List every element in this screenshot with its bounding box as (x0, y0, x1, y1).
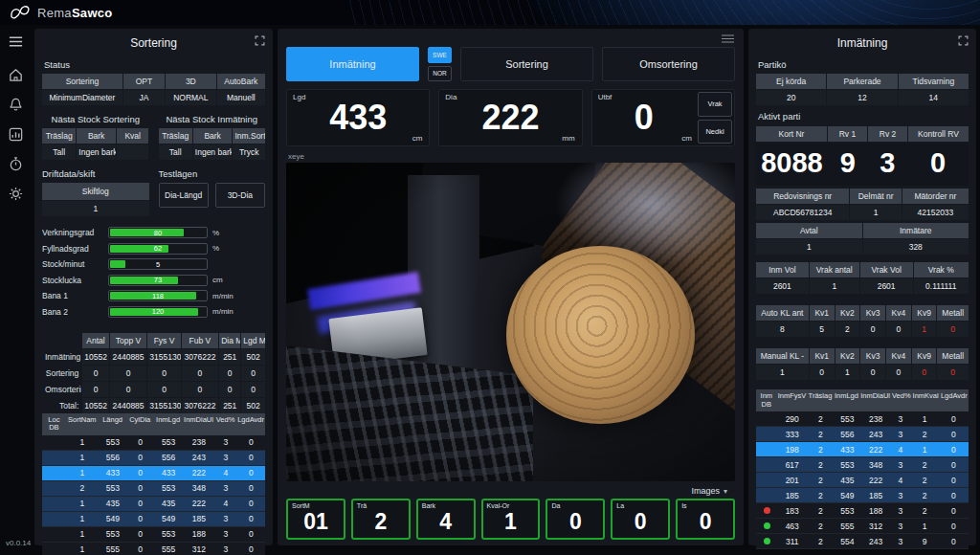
table-cell: 3 (214, 543, 236, 555)
aktivt-parti-header: Avtal (756, 223, 862, 238)
tab-sortering[interactable]: Sortering (460, 47, 593, 81)
summary-value: 0 (147, 382, 180, 397)
aktivt-parti-big-header: Kort Nr (756, 126, 827, 142)
status-header-cell: Sortering (42, 74, 122, 89)
table-cell: 617 (777, 457, 807, 472)
column-header: LgdAvdr (236, 413, 265, 435)
summary-header: Fub V (182, 333, 219, 348)
result-box-value: 1 (483, 500, 539, 538)
table-cell: 0 (127, 435, 154, 450)
summary-header: Lgd M (241, 333, 265, 348)
notifications-bell-icon[interactable] (8, 97, 24, 113)
table-row[interactable]: 2902553238310 (756, 411, 969, 427)
table-row[interactable]: 1556055624330 (42, 451, 265, 466)
table-row[interactable]: 1832553188320 (756, 503, 969, 519)
table-row[interactable]: 3332556243320 (756, 427, 969, 442)
table-cell: 1 (66, 543, 99, 555)
table-row[interactable]: 1555055531230 (42, 543, 265, 555)
vrak-button[interactable]: Vrak (698, 92, 732, 117)
summary-value: 0 (219, 382, 240, 397)
settings-gear-icon[interactable] (8, 186, 24, 202)
table-cell: 555 (834, 519, 860, 533)
column-header: InmLgd (153, 413, 183, 435)
table-cell: 553 (834, 503, 860, 518)
table-row[interactable]: 4632555312310 (756, 519, 969, 534)
table-cell: 0 (939, 503, 969, 518)
gauge-value: 118 (109, 291, 207, 300)
table-row[interactable]: 1433043322240 (42, 466, 265, 481)
remasawco-logo: RemaSawco (10, 4, 113, 21)
gauge-row: Fyllnadsgrad62% (42, 243, 265, 255)
chevron-down-icon: ▾ (724, 487, 727, 496)
table-cell: 3 (891, 519, 911, 533)
nasta-sortering-header: Bark (77, 128, 116, 144)
partiko-value: 14 (899, 90, 969, 105)
dia-langd-button[interactable]: Dia-Längd (159, 183, 209, 208)
table-row[interactable]: 1553055318830 (42, 527, 265, 543)
gauge-bar: 5 (108, 258, 208, 270)
expand-panel-icon[interactable] (958, 35, 969, 46)
gauge-bar: 80 (108, 227, 208, 238)
gauge-unit: cm (212, 276, 223, 284)
table-cell: 433 (99, 466, 127, 480)
summary-value: 10552 (82, 398, 109, 413)
table-row[interactable]: 1852549185320 (756, 488, 969, 503)
stats-chart-icon[interactable] (8, 126, 24, 143)
table-cell: 1 (66, 451, 99, 465)
status-header-cell: OPT (123, 74, 165, 89)
result-box-value: 0 (612, 500, 668, 538)
nasta-inmatning-value: Ingen bark (193, 144, 233, 160)
table-cell: 312 (184, 543, 215, 555)
images-dropdown[interactable]: Images ▾ (691, 486, 727, 496)
table-row[interactable]: 6172553348320 (756, 457, 969, 473)
tab-inmatning[interactable]: Inmätning (286, 47, 419, 81)
3d-dia-button[interactable]: 3D-Dia (215, 183, 265, 208)
brand-text: RemaSawco (37, 6, 113, 20)
gauge-row: Stocklucka73cm (42, 275, 265, 286)
lang-swe-button[interactable]: SWE (428, 47, 452, 63)
column-header: Inm DB (756, 389, 777, 411)
table-row[interactable]: 2012435222420 (756, 473, 969, 488)
table-cell: 2 (807, 442, 834, 456)
table-row[interactable]: 1982433222410 (756, 442, 969, 457)
table-cell (42, 512, 66, 526)
lang-nor-button[interactable]: NOR (428, 66, 452, 82)
table-cell: 3 (891, 488, 911, 502)
table-row[interactable]: 3112554243390 (756, 534, 969, 549)
table-row[interactable]: 1553055323830 (42, 435, 265, 451)
summary-value: 0 (82, 382, 109, 397)
aktivt-parti-header: Inm Vol (756, 262, 809, 278)
menu-icon[interactable] (8, 33, 24, 50)
table-cell: 201 (777, 473, 807, 487)
aktivt-parti-label: Aktivt parti (758, 111, 969, 122)
aktivt-parti-headers: Kort NrRv 1Rv 2Kontroll RV (756, 126, 969, 142)
skiftlog-button[interactable]: Skiftlog (42, 183, 149, 200)
remasawco-logo-icon (10, 4, 31, 21)
sortering-log-table: Loc DBSortNamLängdCylDiaInmLgdInmDiaUlVe… (42, 413, 265, 555)
table-cell: 4 (214, 466, 236, 480)
table-cell: 185 (184, 512, 215, 526)
tab-omsortering[interactable]: Omsortering (602, 47, 735, 81)
summary-value: 0 (110, 366, 147, 381)
summary-value: 0 (182, 366, 219, 381)
column-header: SortNam (66, 413, 99, 435)
table-cell: 553 (834, 411, 860, 426)
kl-value: 5 (810, 322, 835, 337)
kl-header: Auto KL ant (756, 305, 809, 321)
table-row[interactable]: 1549054918530 (42, 512, 265, 527)
table-cell: 3 (214, 435, 236, 450)
table-cell: 311 (777, 534, 807, 548)
table-row[interactable]: 2553055334830 (42, 481, 265, 497)
nedkl-button[interactable]: Nedkl (698, 120, 732, 144)
table-row[interactable]: 1435043522240 (42, 497, 265, 512)
timer-icon[interactable] (8, 156, 24, 172)
gauge-value: 5 (109, 259, 207, 269)
aktivt-parti-value: 2601 (756, 278, 809, 294)
home-icon[interactable] (8, 67, 24, 83)
table-cell: 1 (66, 466, 99, 480)
kl-value: 1 (835, 365, 860, 380)
table-cell: 9 (910, 534, 939, 548)
center-menu-icon[interactable] (722, 34, 734, 43)
expand-panel-icon[interactable] (255, 35, 265, 46)
kl-header: Metall (937, 348, 969, 364)
